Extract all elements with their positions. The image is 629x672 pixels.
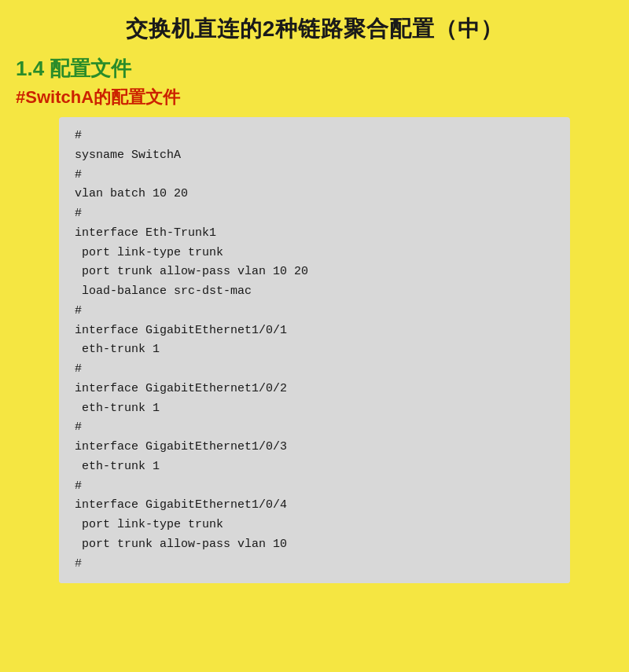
code-line: eth-trunk 1 [75, 340, 554, 360]
subtitle: #SwitchA的配置文件 [12, 86, 617, 109]
code-line: port link-type trunk [75, 516, 554, 535]
code-block: #sysname SwitchA#vlan batch 10 20#interf… [59, 117, 570, 583]
code-line: load-balance src-dst-mac [75, 282, 554, 302]
code-line: interface GigabitEthernet1/0/2 [75, 380, 554, 399]
code-line: # [75, 360, 554, 380]
code-line: interface GigabitEthernet1/0/3 [75, 438, 554, 457]
code-line: # [75, 302, 554, 321]
code-line: eth-trunk 1 [75, 457, 554, 477]
code-line: # [75, 127, 554, 146]
code-line: interface GigabitEthernet1/0/1 [75, 321, 554, 341]
code-line: # [75, 166, 554, 185]
code-line: # [75, 477, 554, 497]
code-line: interface Eth-Trunk1 [75, 224, 554, 244]
code-line: sysname SwitchA [75, 146, 554, 166]
page-container: 交换机直连的2种链路聚合配置（中） 1.4 配置文件 #SwitchA的配置文件… [0, 0, 629, 672]
main-title: 交换机直连的2种链路聚合配置（中） [12, 8, 617, 50]
code-line: vlan batch 10 20 [75, 185, 554, 204]
code-line: # [75, 418, 554, 438]
code-line: port link-type trunk [75, 244, 554, 263]
code-line: port trunk allow-pass vlan 10 20 [75, 263, 554, 282]
code-line: # [75, 204, 554, 224]
code-line: port trunk allow-pass vlan 10 [75, 535, 554, 555]
section-title: 1.4 配置文件 [12, 55, 617, 83]
code-line: interface GigabitEthernet1/0/4 [75, 496, 554, 516]
code-line: eth-trunk 1 [75, 399, 554, 419]
code-line: # [75, 555, 554, 575]
